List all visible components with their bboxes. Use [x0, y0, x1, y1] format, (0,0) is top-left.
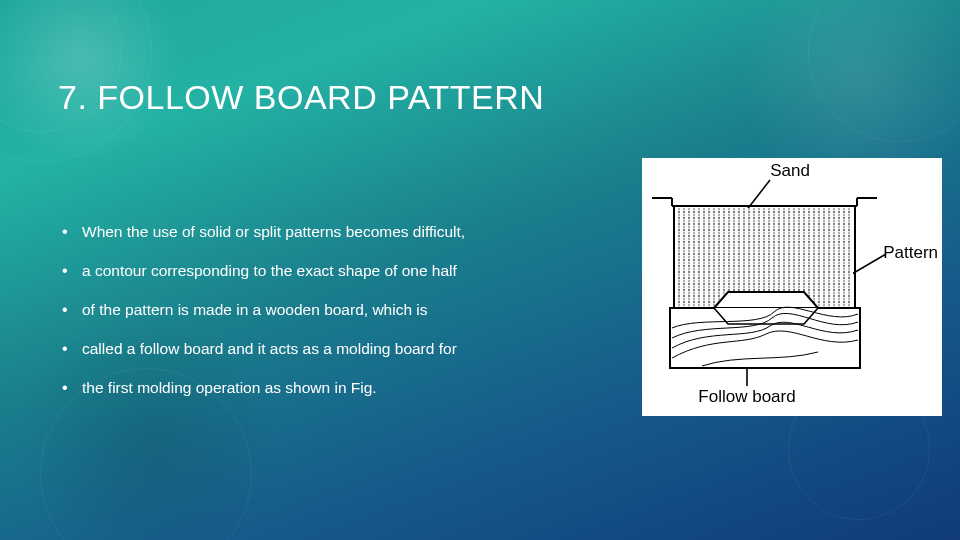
figure-panel: Sand Pattern Follow board	[642, 158, 942, 416]
bullet-list: When the use of solid or split patterns …	[58, 222, 618, 399]
bullet-item: called a follow board and it acts as a m…	[58, 339, 618, 360]
follow-board-diagram-svg: Sand Pattern Follow board	[642, 158, 942, 416]
bullet-item: of the pattern is made in a wooden board…	[58, 300, 618, 321]
slide: 7. FOLLOW BOARD PATTERN When the use of …	[0, 0, 960, 540]
follow-board-block	[670, 307, 860, 368]
bullet-item: the first molding operation as shown in …	[58, 378, 618, 399]
bullet-item: When the use of solid or split patterns …	[58, 222, 618, 243]
slide-body: When the use of solid or split patterns …	[58, 222, 618, 417]
decorative-ring	[808, 0, 960, 142]
pattern-shape	[714, 292, 818, 308]
figure-label-follow-board: Follow board	[698, 387, 795, 406]
figure-label-pattern: Pattern	[883, 243, 938, 262]
bullet-item: a contour corresponding to the exact sha…	[58, 261, 618, 282]
figure-label-sand: Sand	[770, 161, 810, 180]
slide-title: 7. FOLLOW BOARD PATTERN	[58, 78, 544, 117]
